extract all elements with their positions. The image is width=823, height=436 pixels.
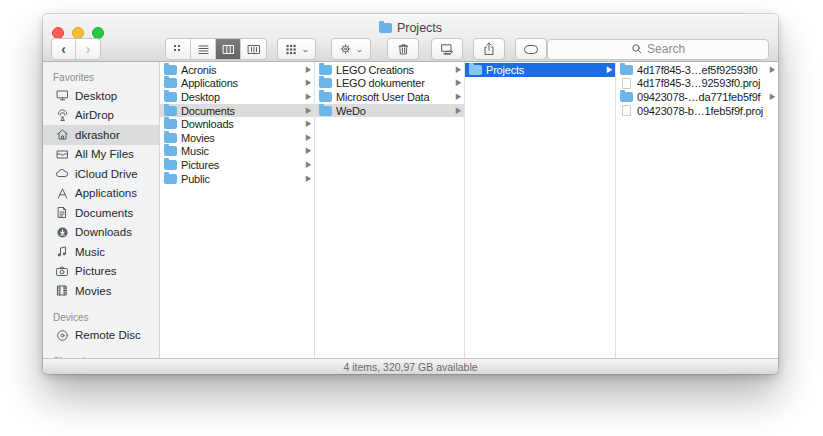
sidebar-item-airdrop[interactable]: AirDrop — [43, 106, 159, 126]
folder-icon — [319, 65, 332, 75]
sidebar-item-applications[interactable]: Applications — [43, 184, 159, 204]
column-view-button[interactable] — [216, 39, 241, 59]
folder-icon — [164, 160, 177, 170]
finder-column-4: 4d17f845-3…ef5f92593f0▶4d17f845-3…92593f… — [616, 62, 778, 358]
chevron-right-icon: ▶ — [607, 65, 612, 75]
folder-icon — [469, 65, 482, 75]
file-name: Pictures — [181, 159, 302, 171]
main-area: FavoritesDesktopAirDropdkrashorAll My Fi… — [43, 62, 778, 358]
desktop-icon — [55, 89, 69, 102]
finder-column-2: LEGO Creations▶LEGO dokumenter▶Microsoft… — [315, 62, 465, 358]
sidebar: FavoritesDesktopAirDropdkrashorAll My Fi… — [43, 62, 160, 358]
folder-icon — [164, 92, 177, 102]
sidebar-item-downloads[interactable]: Downloads — [43, 223, 159, 243]
chevron-right-icon: ▶ — [306, 174, 311, 184]
file-row-movies[interactable]: Movies▶ — [160, 131, 314, 145]
chevron-right-icon: ▶ — [456, 92, 461, 102]
file-name: LEGO dokumenter — [336, 77, 452, 89]
file-row-music[interactable]: Music▶ — [160, 145, 314, 159]
sidebar-item-icloud-drive[interactable]: iCloud Drive — [43, 164, 159, 184]
sidebar-item-label: iCloud Drive — [75, 168, 138, 180]
file-name: Acronis — [181, 64, 302, 76]
file-row-lego-dokumenter[interactable]: LEGO dokumenter▶ — [315, 77, 464, 91]
sidebar-item-dkrashor[interactable]: dkrashor — [43, 125, 159, 145]
sidebar-item-documents[interactable]: Documents — [43, 203, 159, 223]
sidebar-item-pictures[interactable]: Pictures — [43, 262, 159, 282]
airdrop-icon — [55, 109, 69, 122]
downloads-icon — [55, 226, 69, 239]
folder-icon — [164, 78, 177, 88]
file-name: Music — [181, 145, 302, 157]
share-button[interactable] — [473, 38, 505, 60]
file-row-wedo[interactable]: WeDo▶ — [315, 104, 464, 118]
delete-button[interactable] — [387, 38, 419, 60]
action-menu-button[interactable]: ⌄ — [331, 38, 371, 60]
finder-column-3: Projects▶ — [465, 62, 616, 358]
sidebar-item-label: Documents — [75, 207, 133, 219]
sidebar-item-label: Desktop — [75, 90, 117, 102]
chevron-down-icon: ⌄ — [301, 45, 310, 54]
list-view-button[interactable] — [191, 39, 216, 59]
chevron-right-icon: ▶ — [456, 65, 461, 75]
file-row-downloads[interactable]: Downloads▶ — [160, 117, 314, 131]
file-name: 09423078-…da771feb5f9f — [637, 91, 766, 103]
connect-devices-button[interactable] — [431, 38, 463, 60]
file-name: Desktop — [181, 91, 302, 103]
file-row-desktop[interactable]: Desktop▶ — [160, 90, 314, 104]
folder-icon — [164, 65, 177, 75]
document-icon — [622, 78, 631, 89]
chevron-right-icon: ▶ — [456, 79, 461, 89]
navigation-buttons: ‹ › — [51, 38, 101, 60]
chevron-right-icon: ▶ — [306, 147, 311, 157]
sidebar-item-label: AirDrop — [75, 109, 114, 121]
file-name: Movies — [181, 132, 302, 144]
sidebar-item-desktop[interactable]: Desktop — [43, 86, 159, 106]
finder-column-1: Acronis▶Applications▶Desktop▶Documents▶D… — [160, 62, 315, 358]
icon-view-button[interactable] — [166, 39, 191, 59]
file-row-09423078-b-1feb5f9f-proj[interactable]: 09423078-b…1feb5f9f.proj — [616, 104, 778, 118]
search-input[interactable]: Search — [547, 39, 769, 60]
file-row-public[interactable]: Public▶ — [160, 172, 314, 186]
file-row-microsoft-user-data[interactable]: Microsoft User Data▶ — [315, 90, 464, 104]
file-row-documents[interactable]: Documents▶ — [160, 104, 314, 118]
file-name: LEGO Creations — [336, 64, 452, 76]
file-name: Projects — [486, 64, 603, 76]
sidebar-item-music[interactable]: Music — [43, 242, 159, 262]
chevron-right-icon: ▶ — [306, 119, 311, 129]
chevron-down-icon: ⌄ — [355, 45, 364, 54]
sidebar-item-remote-disc[interactable]: Remote Disc — [43, 326, 159, 346]
file-row-pictures[interactable]: Pictures▶ — [160, 158, 314, 172]
file-row-projects[interactable]: Projects▶ — [465, 63, 615, 77]
file-name: WeDo — [336, 105, 452, 117]
forward-button[interactable]: › — [76, 39, 100, 59]
file-row-4d17f845-3-ef5f92593f0[interactable]: 4d17f845-3…ef5f92593f0▶ — [616, 63, 778, 77]
list-view-icon — [197, 43, 210, 56]
file-name: 09423078-b…1feb5f9f.proj — [637, 105, 775, 117]
coverflow-view-button[interactable] — [241, 39, 266, 59]
file-row-4d17f845-3-92593f0-proj[interactable]: 4d17f845-3…92593f0.proj — [616, 77, 778, 91]
all-my-files-icon — [55, 148, 69, 161]
file-row-09423078-da771feb5f9f[interactable]: 09423078-…da771feb5f9f▶ — [616, 90, 778, 104]
chevron-right-icon: ▶ — [456, 106, 461, 116]
file-row-acronis[interactable]: Acronis▶ — [160, 63, 314, 77]
coverflow-view-icon — [247, 43, 261, 56]
sidebar-item-label: Movies — [75, 285, 111, 297]
tag-button[interactable] — [515, 38, 547, 60]
window-title: Projects — [397, 21, 442, 35]
folder-icon — [164, 119, 177, 129]
sidebar-item-all-my-files[interactable]: All My Files — [43, 145, 159, 165]
arrange-button[interactable]: ⌄ — [277, 38, 316, 60]
back-button[interactable]: ‹ — [52, 39, 76, 59]
screen-sharing-icon — [440, 43, 455, 56]
chevron-right-icon: ▶ — [306, 133, 311, 143]
status-text: 4 items, 320,97 GB available — [343, 361, 477, 373]
sidebar-item-movies[interactable]: Movies — [43, 281, 159, 301]
file-row-applications[interactable]: Applications▶ — [160, 77, 314, 91]
folder-icon — [319, 106, 332, 116]
title-bar[interactable]: Projects ‹ › — [43, 14, 778, 62]
folder-icon — [379, 23, 392, 33]
file-row-lego-creations[interactable]: LEGO Creations▶ — [315, 63, 464, 77]
column-view: Acronis▶Applications▶Desktop▶Documents▶D… — [160, 62, 778, 358]
window-title-area: Projects — [43, 20, 778, 36]
music-icon — [55, 245, 69, 258]
